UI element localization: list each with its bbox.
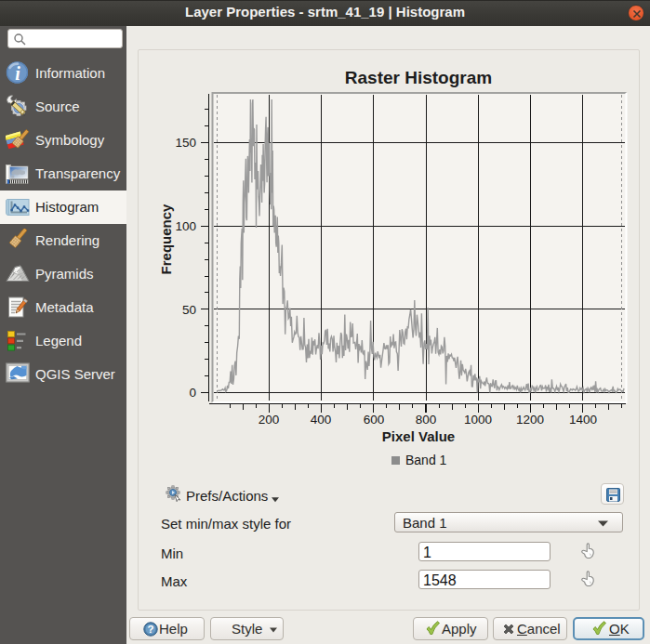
svg-text:?: ?	[147, 624, 153, 635]
